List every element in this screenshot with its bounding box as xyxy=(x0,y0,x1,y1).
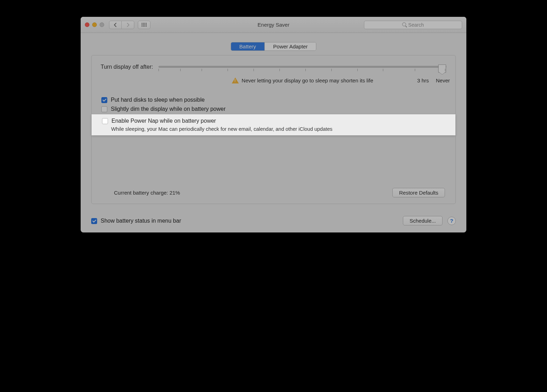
chevron-left-icon xyxy=(114,23,117,27)
warning-icon xyxy=(232,77,239,83)
option-power-nap-highlight: Enable Power Nap while on battery power … xyxy=(92,114,455,135)
tab-power-adapter[interactable]: Power Adapter xyxy=(264,42,316,50)
traffic-lights xyxy=(85,22,104,27)
nav-buttons xyxy=(109,21,134,29)
label-dim-display: Slightly dim the display while on batter… xyxy=(111,106,225,112)
label-show-battery-status: Show battery status in menu bar xyxy=(101,218,181,224)
slider-warning: Never letting your display go to sleep m… xyxy=(158,77,446,83)
titlebar: Energy Saver Search xyxy=(81,17,466,33)
tabs: Battery Power Adapter xyxy=(91,42,456,51)
option-power-nap[interactable]: Enable Power Nap while on battery power xyxy=(101,116,446,126)
tab-battery[interactable]: Battery xyxy=(231,42,265,50)
checkbox-hard-disks[interactable] xyxy=(101,97,107,103)
tab-group: Battery Power Adapter xyxy=(231,42,317,51)
power-nap-description: While sleeping, your Mac can periodicall… xyxy=(111,126,446,132)
back-button[interactable] xyxy=(109,21,122,29)
label-hard-disks: Put hard disks to sleep when possible xyxy=(111,97,205,103)
checkbox-power-nap[interactable] xyxy=(102,118,108,124)
slider-label-never: Never xyxy=(436,77,450,83)
grid-icon xyxy=(142,23,147,27)
settings-panel: Turn display off after: xyxy=(91,55,456,204)
footer-right: Schedule... ? xyxy=(403,216,456,225)
energy-saver-window: Energy Saver Search Battery Power Adapte… xyxy=(81,17,466,232)
close-button[interactable] xyxy=(85,22,89,27)
slider-area: Never letting your display go to sleep m… xyxy=(158,64,446,92)
footer-left: Show battery status in menu bar xyxy=(91,218,181,224)
checkbox-dim-display[interactable] xyxy=(101,106,107,112)
panel-bottom-row: Current battery charge: 21% Restore Defa… xyxy=(101,188,446,200)
slider-label-3hrs: 3 hrs xyxy=(417,77,429,83)
slider-ticks xyxy=(158,69,446,72)
content: Battery Power Adapter Turn display off a… xyxy=(81,33,466,211)
schedule-button[interactable]: Schedule... xyxy=(403,216,443,225)
maximize-button xyxy=(100,22,104,27)
restore-defaults-button[interactable]: Restore Defaults xyxy=(392,188,445,197)
search-placeholder: Search xyxy=(408,22,424,28)
help-button[interactable]: ? xyxy=(447,217,456,225)
display-off-slider-row: Turn display off after: xyxy=(101,64,446,92)
slider-label: Turn display off after: xyxy=(101,64,153,70)
show-all-button[interactable] xyxy=(138,21,150,29)
footer: Show battery status in menu bar Schedule… xyxy=(81,211,466,232)
minimize-button[interactable] xyxy=(92,22,97,27)
search-input[interactable]: Search xyxy=(364,21,462,29)
option-hard-disks[interactable]: Put hard disks to sleep when possible xyxy=(101,95,446,104)
battery-charge-status: Current battery charge: 21% xyxy=(114,190,180,196)
option-dim-display[interactable]: Slightly dim the display while on batter… xyxy=(101,104,446,114)
warning-text: Never letting your display go to sleep m… xyxy=(242,77,373,83)
chevron-right-icon xyxy=(126,23,130,27)
forward-button xyxy=(122,21,134,29)
checkbox-show-battery-status[interactable] xyxy=(91,218,97,224)
search-icon xyxy=(402,22,407,27)
display-off-slider[interactable] xyxy=(158,66,446,68)
label-power-nap: Enable Power Nap while on battery power xyxy=(112,118,216,124)
